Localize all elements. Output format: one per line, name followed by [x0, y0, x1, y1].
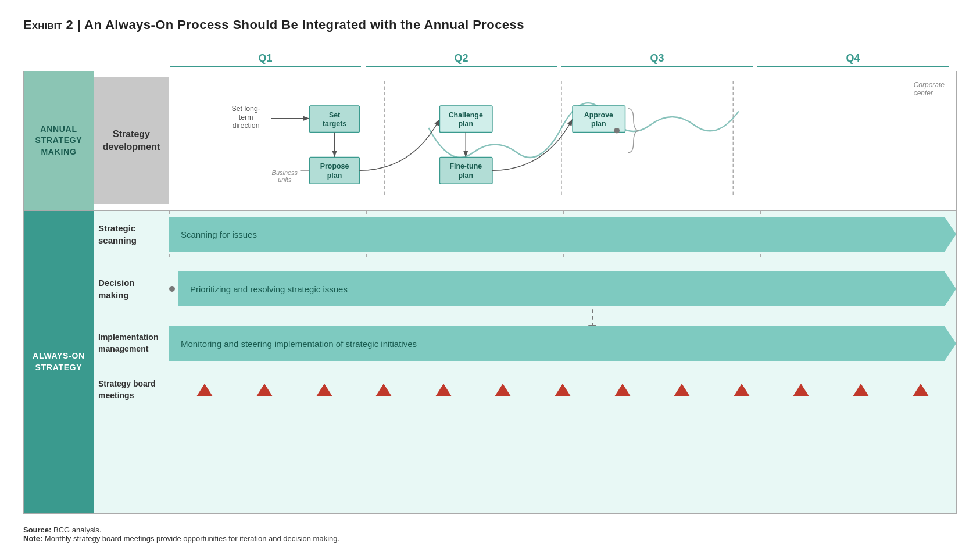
meeting-triangle-10	[734, 384, 750, 396]
meeting-triangle-8	[614, 384, 631, 396]
corporate-center-label: Corporatecenter	[914, 81, 945, 97]
svg-text:Set: Set	[329, 111, 340, 119]
svg-text:Challenge: Challenge	[449, 111, 483, 119]
note-line: Note: Monthly strategy board meetings pr…	[23, 534, 957, 543]
meeting-triangle-7	[555, 384, 571, 396]
strategic-scanning-label: Strategicscanning	[94, 211, 169, 257]
q2-label: Q2	[366, 52, 557, 67]
decision-making-bar: Prioritizing and resolving strategic iss…	[178, 271, 956, 306]
implementation-management-label: Implementationmanagement	[94, 320, 169, 367]
meetings-row: Strategy boardmeetings	[94, 373, 956, 410]
decision-making-row: Decisionmaking Prioritizing and resolvin…	[94, 260, 956, 318]
q1-label: Q1	[170, 52, 361, 67]
svg-text:plan: plan	[459, 120, 473, 128]
svg-text:units: units	[278, 176, 292, 183]
source-line: Source: BCG analysis.	[23, 525, 957, 534]
q3-label: Q3	[561, 52, 753, 67]
annual-strategy-section: ANNUALSTRATEGYMAKING Strategydevelopment…	[24, 71, 956, 211]
meeting-triangle-11	[793, 384, 809, 396]
svg-text:Fine-tune: Fine-tune	[449, 162, 482, 170]
meeting-triangle-3	[316, 384, 332, 396]
always-on-content: Strategicscanning Scanning for issues De…	[94, 211, 956, 513]
meeting-triangle-13	[913, 384, 929, 396]
meeting-triangle-1	[196, 384, 213, 396]
quarter-header: Q1 Q2 Q3 Q4	[23, 46, 957, 71]
svg-text:plan: plan	[327, 171, 342, 180]
exhibit-title: Exhibit 2 | An Always-On Process Should …	[23, 17, 957, 33]
svg-text:direction: direction	[233, 121, 260, 130]
meeting-triangle-9	[674, 384, 690, 396]
q4-label: Q4	[757, 52, 949, 67]
decision-making-label: Decisionmaking	[94, 260, 169, 318]
meetings-label: Strategy boardmeetings	[94, 378, 169, 401]
implementation-management-bar: Monitoring and steering implementation o…	[169, 326, 956, 361]
implementation-management-row: Implementationmanagement Monitoring and …	[94, 320, 956, 367]
meeting-triangle-5	[435, 384, 452, 396]
svg-text:Set long-: Set long-	[231, 105, 260, 113]
process-flow-svg: Set long- term direction Set targets Pro…	[173, 81, 950, 197]
main-diagram: ANNUALSTRATEGYMAKING Strategydevelopment…	[23, 71, 957, 514]
annual-strategy-label: ANNUALSTRATEGYMAKING	[24, 71, 94, 210]
svg-text:Propose: Propose	[320, 162, 349, 170]
meeting-triangle-2	[256, 384, 273, 396]
decision-making-dot	[169, 286, 175, 292]
process-flow-area: Corporatecenter Set long- term direction	[173, 71, 956, 210]
meeting-triangle-12	[853, 384, 869, 396]
svg-text:plan: plan	[459, 171, 473, 180]
svg-text:term: term	[239, 113, 253, 121]
always-on-section: ALWAYS-ONSTRATEGY Strategicscanning Scan…	[24, 211, 956, 513]
strategic-scanning-row: Strategicscanning Scanning for issues	[94, 211, 956, 257]
svg-point-27	[614, 128, 620, 134]
svg-text:Business: Business	[272, 169, 298, 176]
triangles-area	[169, 384, 956, 396]
strategic-scanning-bar: Scanning for issues	[169, 217, 956, 252]
svg-text:plan: plan	[591, 120, 606, 128]
strategy-development-box: Strategydevelopment	[94, 77, 169, 204]
always-on-label: ALWAYS-ONSTRATEGY	[24, 211, 94, 513]
source-note: Source: BCG analysis. Note: Monthly stra…	[23, 525, 957, 543]
meeting-triangle-4	[375, 384, 392, 396]
meeting-triangle-6	[495, 384, 511, 396]
svg-text:targets: targets	[323, 120, 346, 128]
svg-text:Approve: Approve	[584, 111, 613, 119]
